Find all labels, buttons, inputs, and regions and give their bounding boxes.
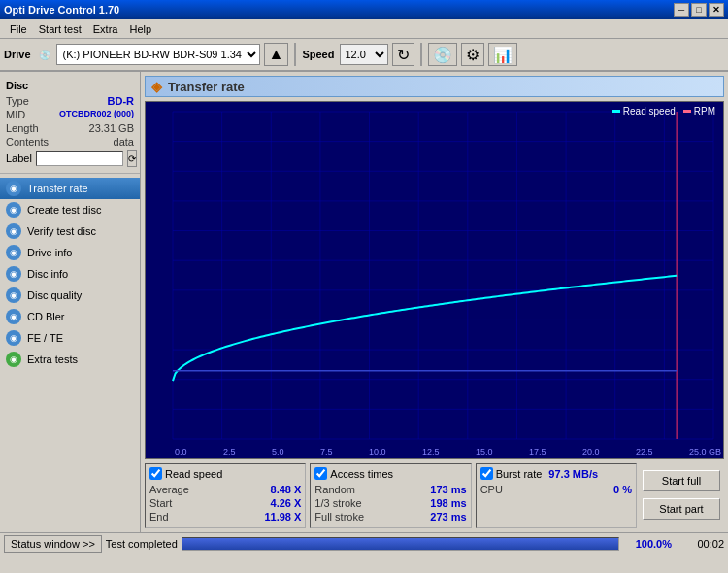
extra-tests-icon: ◉	[6, 352, 21, 367]
nav-disc-quality[interactable]: ◉ Disc quality	[0, 285, 140, 306]
panel-title: Transfer rate	[168, 80, 245, 94]
disc-section-title: Disc	[6, 80, 134, 91]
end-row: End 11.98 X	[149, 511, 301, 522]
separator-2	[420, 43, 422, 66]
nav-drive-info[interactable]: ◉ Drive info	[0, 242, 140, 263]
x-label-5: 5.0	[272, 447, 284, 456]
nav-extra-tests[interactable]: ◉ Extra tests	[0, 349, 140, 370]
stats-bar: Read speed Average 8.48 X Start 4.26 X E…	[145, 459, 724, 528]
disc-length-value: 23.31 GB	[89, 122, 134, 134]
nav-verify-test-disc[interactable]: ◉ Verify test disc	[0, 220, 140, 242]
panel-icon: ◈	[151, 79, 162, 94]
nav-cd-bler[interactable]: ◉ CD Bler	[0, 306, 140, 327]
create-disc-icon: ◉	[6, 202, 21, 218]
maximize-button[interactable]: □	[691, 3, 707, 17]
x-label-20: 20.0	[582, 447, 600, 456]
burst-check-label: Burst rate	[496, 468, 543, 480]
refresh-button[interactable]: ↻	[392, 43, 414, 66]
disc-type-value: BD-R	[108, 95, 135, 107]
window-controls: ─ □ ✕	[674, 3, 724, 17]
x-label-0: 0.0	[175, 447, 187, 456]
disc-mid-row: MID OTCBDR002 (000)	[6, 109, 134, 120]
app-title: Opti Drive Control 1.70	[4, 4, 674, 16]
status-window-button[interactable]: Status window >>	[4, 535, 102, 553]
x-label-15: 15.0	[476, 447, 493, 456]
stroke13-value: 198 ms	[430, 497, 466, 509]
drive-select[interactable]: (K:) PIONEER BD-RW BDR-S09 1.34	[56, 44, 260, 65]
nav-fe-te[interactable]: ◉ FE / TE	[0, 327, 140, 349]
disc-label-btn[interactable]: ⟳	[127, 150, 137, 167]
settings-button[interactable]: ⚙	[461, 43, 484, 66]
nav-create-test-disc[interactable]: ◉ Create test disc	[0, 199, 140, 220]
disc-label-input[interactable]	[36, 151, 123, 166]
cpu-row: CPU 0 %	[480, 484, 632, 495]
burst-checkbox[interactable]	[480, 467, 493, 480]
x-label-2.5: 2.5	[223, 447, 236, 456]
fullstroke-label: Full stroke	[314, 511, 364, 522]
status-bar: Status window >> Test completed 100.0% 0…	[0, 532, 728, 554]
drive-info-icon: ◉	[6, 245, 21, 260]
end-label: End	[149, 511, 169, 522]
menu-bar: File Start test Extra Help	[0, 19, 728, 39]
speed-select[interactable]: 12.0	[340, 44, 388, 65]
start-full-button[interactable]: Start full	[643, 470, 720, 491]
menu-file[interactable]: File	[4, 21, 33, 37]
start-part-button[interactable]: Start part	[643, 498, 720, 520]
legend-rpm-label: RPM	[694, 106, 715, 117]
eject-button[interactable]: ▲	[264, 43, 289, 66]
stats-col-access: Access times Random 173 ms 1/3 stroke 19…	[310, 463, 471, 528]
disc-type-label: Type	[6, 95, 29, 107]
disc-type-row: Type BD-R	[6, 95, 134, 107]
random-row: Random 173 ms	[314, 484, 466, 495]
start-row: Start 4.26 X	[149, 497, 301, 509]
disc-button[interactable]: 💿	[428, 43, 457, 66]
readspeed-check-row: Read speed	[149, 467, 301, 480]
drive-label: Drive	[4, 49, 31, 60]
fullstroke-row: Full stroke 273 ms	[314, 511, 466, 522]
x-label-17.5: 17.5	[529, 447, 546, 456]
cpu-value: 0 %	[613, 484, 632, 495]
close-button[interactable]: ✕	[709, 3, 724, 17]
average-row: Average 8.48 X	[149, 484, 301, 495]
action-buttons: Start full Start part	[641, 463, 724, 528]
panel-header: ◈ Transfer rate	[145, 76, 724, 97]
access-check-row: Access times	[314, 467, 466, 480]
x-label-22.5: 22.5	[636, 447, 653, 456]
x-label-12.5: 12.5	[422, 447, 440, 456]
cd-bler-icon: ◉	[6, 309, 21, 324]
info-button[interactable]: 📊	[488, 43, 517, 66]
separator-1	[294, 43, 296, 66]
nav-disc-info[interactable]: ◉ Disc info	[0, 263, 140, 285]
stats-col-readspeed: Read speed Average 8.48 X Start 4.26 X E…	[145, 463, 306, 528]
random-label: Random	[314, 484, 355, 495]
menu-extra[interactable]: Extra	[87, 21, 124, 37]
end-value: 11.98 X	[264, 511, 301, 522]
access-checkbox[interactable]	[314, 467, 327, 480]
menu-starttest[interactable]: Start test	[33, 21, 87, 37]
random-value: 173 ms	[430, 484, 466, 495]
speed-label: Speed	[302, 49, 334, 60]
transfer-rate-icon: ◉	[6, 181, 21, 196]
disc-contents-row: Contents data	[6, 136, 134, 148]
drive-icon: 💿	[39, 50, 50, 60]
legend-read-speed-dot	[612, 110, 620, 113]
toolbar: Drive 💿 (K:) PIONEER BD-RW BDR-S09 1.34 …	[0, 39, 728, 72]
nav-transfer-rate[interactable]: ◉ Transfer rate	[0, 178, 140, 199]
disc-length-row: Length 23.31 GB	[6, 122, 134, 134]
progress-fill	[182, 538, 618, 550]
x-axis: 0.0 2.5 5.0 7.5 10.0 12.5 15.0 17.5 20.0…	[173, 447, 723, 456]
fe-te-icon: ◉	[6, 330, 21, 346]
chart-legend: Read speed RPM	[612, 106, 715, 117]
access-check-label: Access times	[330, 468, 393, 480]
menu-help[interactable]: Help	[123, 21, 157, 37]
stats-col-burst: Burst rate 97.3 MB/s CPU 0 %	[476, 463, 637, 528]
x-label-7.5: 7.5	[320, 447, 333, 456]
status-time: 00:02	[676, 538, 724, 550]
readspeed-checkbox[interactable]	[149, 467, 162, 480]
disc-label-row: Label ⟳	[6, 150, 134, 167]
stroke13-label: 1/3 stroke	[314, 497, 361, 509]
disc-section: Disc Type BD-R MID OTCBDR002 (000) Lengt…	[0, 76, 140, 174]
burst-value: 97.3 MB/s	[548, 468, 598, 480]
minimize-button[interactable]: ─	[674, 3, 689, 17]
disc-contents-label: Contents	[6, 136, 49, 148]
